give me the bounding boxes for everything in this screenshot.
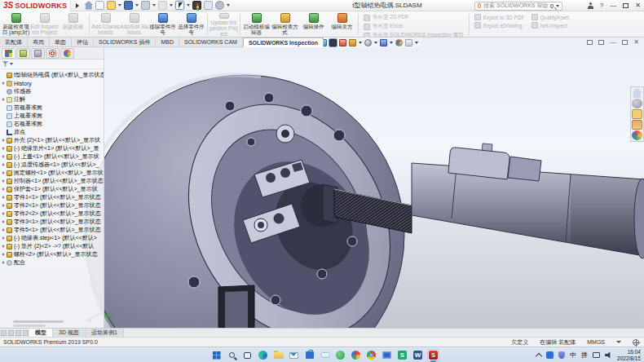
tree-item-front-plane[interactable]: 前视基准面 <box>0 104 104 112</box>
property-manager-tab[interactable] <box>16 48 30 59</box>
doc-restore-button[interactable] <box>622 40 628 45</box>
expand-arrow-icon[interactable] <box>2 196 5 199</box>
tree-horizontal-scrollbar-track[interactable] <box>13 324 46 327</box>
tab-3d-views[interactable]: 3D 视图 <box>53 329 86 337</box>
search-box[interactable]: 搜索 SOLIDWORKS 帮助 <box>474 2 562 11</box>
edit-appearance-icon[interactable] <box>395 39 403 46</box>
export-edrawing-button[interactable]: Export eDrawing <box>474 22 525 29</box>
hide-show-items-icon[interactable] <box>380 39 387 46</box>
units-dropdown-icon[interactable] <box>616 341 621 343</box>
select-arrow-icon[interactable] <box>175 1 184 10</box>
tree-item-component[interactable]: (-) 绝缘表.step<1> (默认<<默认> <box>0 234 104 242</box>
tab-motion-study[interactable]: 运动算例1 <box>86 329 124 337</box>
open-icon[interactable] <box>107 1 116 10</box>
start-button[interactable] <box>210 349 223 361</box>
tree-item-component[interactable]: 零件1<1> (默认<<默认>_显示状态 <box>0 193 104 201</box>
cast-display-icon[interactable] <box>593 352 600 358</box>
app-blue-monitor-button[interactable] <box>381 349 393 361</box>
splitter-button[interactable] <box>8 330 14 336</box>
expand-arrow-icon[interactable] <box>2 147 5 150</box>
tab-mbd[interactable]: MBD <box>156 38 179 47</box>
undo-dropdown-icon[interactable] <box>170 4 173 7</box>
tree-item-component[interactable]: 零件2<2> (默认<<默认>_显示状态 <box>0 210 104 218</box>
ribbon-button-update-inspection-project[interactable]: Update Inspection Project <box>210 12 238 37</box>
doc-minimize-button[interactable]: — <box>610 38 616 46</box>
tab-model[interactable]: 模型 <box>29 329 53 337</box>
export-excel-button[interactable]: 导出至 Excel <box>364 23 464 30</box>
appearances-scenes-icon[interactable] <box>632 130 642 140</box>
store-button[interactable] <box>303 349 315 361</box>
help-button[interactable]: ? <box>600 0 603 11</box>
options-gear-icon[interactable] <box>215 1 224 10</box>
view-palette-icon[interactable] <box>632 120 642 130</box>
search-dropdown-icon[interactable] <box>556 5 559 7</box>
tray-shield-icon[interactable] <box>558 351 565 359</box>
doc-close-button[interactable]: ✕ <box>633 38 639 46</box>
restore-button[interactable] <box>623 3 629 8</box>
expand-arrow-icon[interactable] <box>2 245 5 248</box>
expand-arrow-icon[interactable] <box>2 228 5 232</box>
expand-arrow-icon[interactable] <box>2 188 5 191</box>
tree-item-component[interactable]: (-) 上盖<1> (默认<<默认>_显示状 <box>0 152 104 161</box>
tree-item-mates[interactable]: 配合 <box>0 258 104 267</box>
solidworks-taskbar-button[interactable]: S <box>427 349 439 361</box>
tree-item-root[interactable]: t型轴铠热电偶 (默认<默认_显示状态-1> <box>0 71 104 79</box>
tree-item-component[interactable]: 零件2<1> (默认<<默认>_显示状态 <box>0 201 104 210</box>
display-style-dropdown-icon[interactable] <box>374 42 377 44</box>
task-view-button[interactable] <box>241 349 254 361</box>
tree-item-top-plane[interactable]: 上视基准面 <box>0 112 104 120</box>
expand-arrow-icon[interactable] <box>2 261 5 264</box>
ribbon-button-edit-inspection-methods[interactable]: 编辑检查方式 <box>271 12 299 37</box>
expand-arrow-icon[interactable] <box>2 82 5 85</box>
tree-item-component[interactable]: 外壳 (2)<1> (默认<<默认>_显示状 <box>0 136 104 144</box>
design-library-icon[interactable] <box>632 99 642 108</box>
hide-show-dropdown-icon[interactable] <box>390 42 393 44</box>
ribbon-button-launch-template-editor[interactable]: 启动模板编辑器 <box>242 12 271 37</box>
splitter-button[interactable] <box>23 330 29 336</box>
ribbon-button-new-template[interactable]: 新建模板 <box>59 12 87 37</box>
tree-item-component[interactable]: (-) 温度传感器<1> (默认<<默认>_ <box>0 161 104 169</box>
word-button[interactable]: W <box>412 349 424 361</box>
tab-layout[interactable]: 布局 <box>28 38 50 47</box>
view-orientation-dropdown-icon[interactable] <box>359 42 362 44</box>
tree-filter-row[interactable] <box>0 60 104 69</box>
doc-pane2-icon[interactable] <box>598 40 604 45</box>
new-document-icon[interactable] <box>95 1 104 10</box>
export-2d-pdf-button[interactable]: 导出至 2D PDF <box>364 14 464 21</box>
expand-arrow-icon[interactable] <box>2 179 5 183</box>
net-inspect-button[interactable]: Net-Inspect <box>532 22 570 29</box>
expand-arrow-icon[interactable] <box>2 163 5 166</box>
configuration-manager-tab[interactable] <box>31 48 45 59</box>
tree-item-component[interactable]: 保护套<1> (默认<<默认>_显示状 <box>0 185 104 193</box>
hidden-icons-chevron-icon[interactable] <box>536 352 542 359</box>
tab-sketch[interactable]: 草图 <box>50 38 72 47</box>
browser-green-button[interactable] <box>334 349 346 361</box>
rebuild-traffic-light-icon[interactable] <box>192 1 201 10</box>
chrome-button[interactable] <box>365 349 377 361</box>
ribbon-button-remove-balloon-number[interactable]: 移除零件序号 <box>148 12 177 37</box>
dimxpert-manager-tab[interactable] <box>46 48 60 59</box>
tree-item-component[interactable]: (-) 垫片 (2)<2> ->? (默认<<默认 <box>0 242 104 250</box>
volume-icon[interactable] <box>605 352 612 359</box>
file-properties-icon[interactable] <box>204 1 213 10</box>
solidworks-resources-home-icon[interactable] <box>632 88 642 98</box>
expand-arrow-icon[interactable] <box>2 204 5 207</box>
tree-item-component[interactable]: 控制器<1> (默认<<默认>_显示状态 <box>0 177 104 185</box>
view-orientation-icon[interactable] <box>349 39 356 46</box>
show-desktop-button[interactable] <box>640 349 641 361</box>
print-icon[interactable] <box>141 1 150 10</box>
tray-blue-app-icon[interactable] <box>546 351 554 359</box>
save-icon[interactable] <box>124 1 133 10</box>
undo-icon[interactable] <box>158 1 167 10</box>
expand-arrow-icon[interactable] <box>2 212 5 215</box>
splitter-button[interactable] <box>15 330 21 336</box>
ribbon-button-add-edit-balloons[interactable]: Add/Edit Balloons <box>120 12 148 37</box>
minimize-button[interactable]: — <box>610 0 616 11</box>
tree-item-sensors[interactable]: 传感器 <box>0 87 104 95</box>
login-user-icon[interactable] <box>588 2 593 9</box>
tree-item-component[interactable]: (-) 绝缘垫片<1> (默认<<默认>_显 <box>0 144 104 152</box>
tree-item-component[interactable]: 零件3<1> (默认<<默认>_显示状态 <box>0 218 104 226</box>
ribbon-button-add-characteristic[interactable]: Add Characteristic <box>91 12 120 37</box>
ribbon-button-edit-operations[interactable]: 编辑操作 <box>299 12 328 37</box>
tree-item-component[interactable]: 固定螺栓<1> (默认<<默认>_显示状 <box>0 169 104 177</box>
